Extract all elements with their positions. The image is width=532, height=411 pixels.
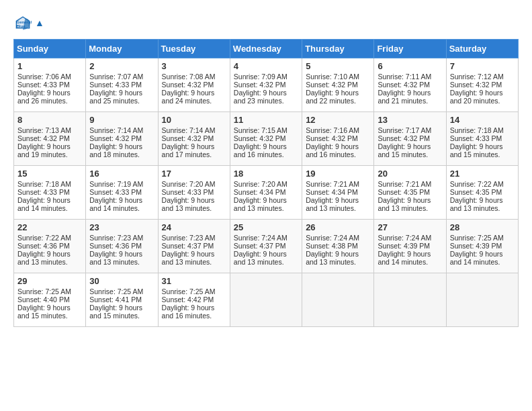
calendar-cell: 7 Sunrise: 7:12 AM Sunset: 4:32 PM Dayli… — [446, 58, 518, 112]
daylight-label: Daylight: 9 hours and 16 minutes. — [306, 142, 359, 158]
day-number: 25 — [234, 222, 298, 232]
sunset-label: Sunset: 4:37 PM — [234, 242, 286, 250]
sunset-label: Sunset: 4:32 PM — [378, 134, 430, 142]
calendar-cell — [302, 273, 374, 327]
page-header: General Blue ▲ — [13, 13, 519, 32]
sunset-label: Sunset: 4:33 PM — [450, 134, 502, 142]
sunset-label: Sunset: 4:32 PM — [17, 134, 70, 142]
calendar-cell: 1 Sunrise: 7:06 AM Sunset: 4:33 PM Dayli… — [14, 58, 86, 112]
sunset-label: Sunset: 4:36 PM — [17, 242, 70, 250]
sunrise-label: Sunrise: 7:15 AM — [234, 126, 287, 134]
sunrise-label: Sunrise: 7:13 AM — [17, 126, 71, 134]
sunrise-label: Sunrise: 7:21 AM — [306, 180, 359, 188]
calendar-cell: 27 Sunrise: 7:24 AM Sunset: 4:39 PM Dayl… — [374, 220, 446, 273]
daylight-label: Daylight: 9 hours and 19 minutes. — [17, 142, 71, 158]
sunrise-label: Sunrise: 7:06 AM — [17, 73, 71, 81]
sunrise-label: Sunrise: 7:10 AM — [306, 73, 359, 81]
calendar-cell: 3 Sunrise: 7:08 AM Sunset: 4:32 PM Dayli… — [158, 58, 230, 112]
sunset-label: Sunset: 4:33 PM — [162, 188, 214, 196]
day-number: 23 — [89, 222, 154, 232]
day-number: 2 — [89, 61, 154, 71]
weekday-header-monday: Monday — [86, 40, 158, 58]
daylight-label: Daylight: 9 hours and 25 minutes. — [89, 89, 142, 105]
sunset-label: Sunset: 4:34 PM — [306, 188, 358, 196]
sunrise-label: Sunrise: 7:14 AM — [162, 126, 216, 134]
sunrise-label: Sunrise: 7:20 AM — [234, 180, 287, 188]
sunrise-label: Sunrise: 7:22 AM — [450, 180, 504, 188]
daylight-label: Daylight: 9 hours and 13 minutes. — [162, 250, 215, 266]
sunrise-label: Sunrise: 7:17 AM — [378, 126, 431, 134]
sunrise-label: Sunrise: 7:25 AM — [89, 287, 143, 295]
week-row-4: 22 Sunrise: 7:22 AM Sunset: 4:36 PM Dayl… — [14, 220, 519, 273]
daylight-label: Daylight: 9 hours and 18 minutes. — [89, 142, 142, 158]
daylight-label: Daylight: 9 hours and 26 minutes. — [17, 89, 71, 105]
calendar-cell: 19 Sunrise: 7:21 AM Sunset: 4:34 PM Dayl… — [302, 166, 374, 220]
calendar-cell: 28 Sunrise: 7:25 AM Sunset: 4:39 PM Dayl… — [446, 220, 518, 273]
day-number: 16 — [89, 169, 154, 179]
svg-text:Blue: Blue — [16, 24, 26, 28]
daylight-label: Daylight: 9 hours and 14 minutes. — [378, 250, 431, 266]
week-row-3: 15 Sunrise: 7:18 AM Sunset: 4:33 PM Dayl… — [14, 166, 519, 220]
daylight-label: Daylight: 9 hours and 13 minutes. — [306, 250, 359, 266]
daylight-label: Daylight: 9 hours and 20 minutes. — [450, 89, 503, 105]
day-number: 11 — [234, 115, 298, 125]
sunrise-label: Sunrise: 7:22 AM — [17, 234, 71, 242]
calendar-cell: 24 Sunrise: 7:23 AM Sunset: 4:37 PM Dayl… — [158, 220, 230, 273]
sunset-label: Sunset: 4:41 PM — [89, 295, 142, 304]
sunrise-label: Sunrise: 7:08 AM — [162, 73, 216, 81]
sunset-label: Sunset: 4:32 PM — [306, 134, 358, 142]
daylight-label: Daylight: 9 hours and 13 minutes. — [306, 196, 359, 212]
sunrise-label: Sunrise: 7:11 AM — [378, 73, 431, 81]
day-number: 30 — [89, 276, 154, 286]
daylight-label: Daylight: 9 hours and 14 minutes. — [89, 196, 142, 212]
daylight-label: Daylight: 9 hours and 14 minutes. — [17, 196, 71, 212]
weekday-header-saturday: Saturday — [446, 40, 518, 58]
daylight-label: Daylight: 9 hours and 15 minutes. — [450, 142, 503, 158]
calendar-cell: 16 Sunrise: 7:19 AM Sunset: 4:33 PM Dayl… — [86, 166, 158, 220]
sunrise-label: Sunrise: 7:24 AM — [306, 234, 359, 242]
sunset-label: Sunset: 4:33 PM — [89, 188, 142, 196]
sunset-label: Sunset: 4:32 PM — [378, 81, 430, 89]
sunrise-label: Sunrise: 7:18 AM — [17, 180, 71, 188]
day-number: 8 — [17, 115, 82, 125]
day-number: 21 — [450, 169, 515, 179]
sunrise-label: Sunrise: 7:25 AM — [162, 287, 216, 295]
day-number: 24 — [162, 222, 226, 232]
week-row-1: 1 Sunrise: 7:06 AM Sunset: 4:33 PM Dayli… — [14, 58, 519, 112]
week-row-5: 29 Sunrise: 7:25 AM Sunset: 4:40 PM Dayl… — [14, 273, 519, 327]
daylight-label: Daylight: 9 hours and 15 minutes. — [378, 142, 431, 158]
day-number: 31 — [162, 276, 226, 286]
sunrise-label: Sunrise: 7:14 AM — [89, 126, 143, 134]
weekday-header-tuesday: Tuesday — [158, 40, 230, 58]
day-number: 13 — [378, 115, 442, 125]
sunrise-label: Sunrise: 7:19 AM — [89, 180, 143, 188]
day-number: 27 — [378, 222, 442, 232]
sunrise-label: Sunrise: 7:24 AM — [378, 234, 431, 242]
day-number: 26 — [306, 222, 370, 232]
sunset-label: Sunset: 4:39 PM — [378, 242, 430, 250]
sunrise-label: Sunrise: 7:23 AM — [162, 234, 216, 242]
sunrise-label: Sunrise: 7:20 AM — [162, 180, 216, 188]
calendar-cell: 18 Sunrise: 7:20 AM Sunset: 4:34 PM Dayl… — [230, 166, 302, 220]
calendar-cell: 22 Sunrise: 7:22 AM Sunset: 4:36 PM Dayl… — [14, 220, 86, 273]
sunset-label: Sunset: 4:32 PM — [234, 134, 286, 142]
sunset-label: Sunset: 4:38 PM — [306, 242, 358, 250]
sunset-label: Sunset: 4:32 PM — [89, 134, 142, 142]
sunset-label: Sunset: 4:40 PM — [17, 295, 70, 304]
sunset-label: Sunset: 4:36 PM — [89, 242, 142, 250]
calendar-table: SundayMondayTuesdayWednesdayThursdayFrid… — [13, 39, 519, 327]
calendar-cell: 13 Sunrise: 7:17 AM Sunset: 4:32 PM Dayl… — [374, 112, 446, 166]
daylight-label: Daylight: 9 hours and 16 minutes. — [234, 142, 287, 158]
daylight-label: Daylight: 9 hours and 13 minutes. — [17, 250, 71, 266]
calendar-cell — [230, 273, 302, 327]
calendar-cell: 29 Sunrise: 7:25 AM Sunset: 4:40 PM Dayl… — [14, 273, 86, 327]
day-number: 7 — [450, 61, 515, 71]
sunset-label: Sunset: 4:32 PM — [450, 81, 502, 89]
daylight-label: Daylight: 9 hours and 13 minutes. — [234, 196, 287, 212]
day-number: 22 — [17, 222, 82, 232]
day-number: 3 — [162, 61, 226, 71]
logo-icon: General Blue — [13, 13, 32, 32]
daylight-label: Daylight: 9 hours and 13 minutes. — [89, 250, 142, 266]
sunset-label: Sunset: 4:33 PM — [89, 81, 142, 89]
daylight-label: Daylight: 9 hours and 23 minutes. — [234, 89, 287, 105]
